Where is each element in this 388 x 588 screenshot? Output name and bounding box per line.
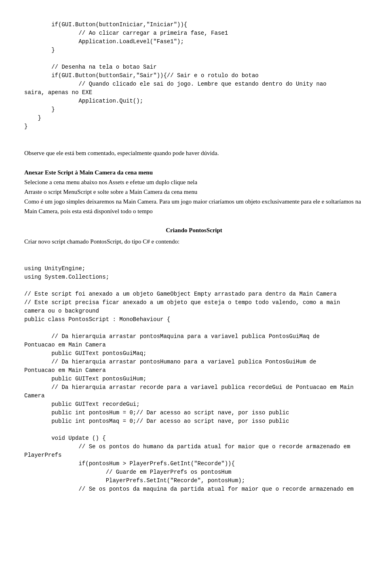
- criando-body: Criar novo script chamado PontosScript, …: [24, 237, 364, 246]
- anexar-bold-heading: Anexar Este Script à Main Camera da cena…: [24, 169, 153, 176]
- criando-title: Criando PontosScript: [166, 227, 222, 233]
- code-section-2: using UnityEngine; using System.Collecti…: [24, 256, 364, 502]
- observe-paragraph: Observe que ele está bem comentado, espe…: [24, 148, 364, 158]
- code-section-1: if(GUI.Button(buttonIniciar,"Iniciar")){…: [24, 12, 364, 139]
- anexar-line1: Selecione a cena menu abaixo nos Assets …: [24, 179, 197, 185]
- anexar-line3: Como é um jogo simples deixaremos na Mai…: [24, 198, 361, 214]
- anexar-line2: Arraste o script MenuScript e solte sobr…: [24, 189, 197, 195]
- main-content: if(GUI.Button(buttonIniciar,"Iniciar")){…: [24, 12, 364, 502]
- anexar-heading: Anexar Este Script à Main Camera da cena…: [24, 168, 364, 216]
